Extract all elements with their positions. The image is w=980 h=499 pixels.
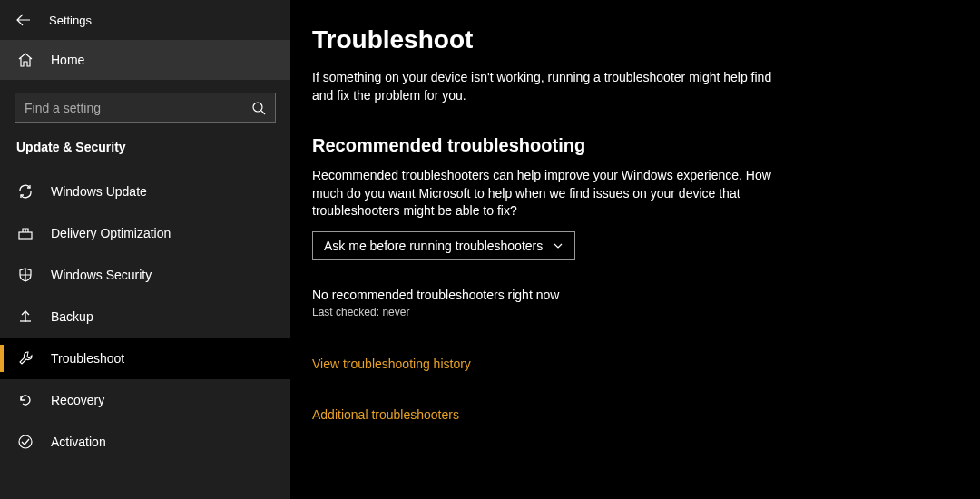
nav-label: Recovery (51, 393, 104, 407)
svg-point-5 (19, 435, 32, 448)
nav-label: Delivery Optimization (51, 226, 171, 240)
back-arrow-icon (16, 13, 31, 27)
link-history[interactable]: View troubleshooting history (312, 357, 980, 371)
sidebar-item-activation[interactable]: Activation (0, 421, 290, 463)
shield-icon (16, 266, 34, 284)
nav-label: Activation (51, 435, 106, 449)
svg-rect-2 (19, 232, 32, 239)
sidebar-item-backup[interactable]: Backup (0, 296, 290, 338)
troubleshoot-preference-dropdown[interactable]: Ask me before running troubleshooters (312, 231, 575, 260)
section-title: Update & Security (0, 140, 290, 171)
svg-point-0 (253, 103, 262, 112)
intro-text: If something on your device isn't workin… (312, 69, 784, 104)
back-button[interactable] (16, 13, 31, 27)
search-placeholder: Find a setting (24, 101, 251, 115)
delivery-icon (16, 224, 34, 242)
recovery-icon (16, 391, 34, 409)
sidebar-item-windows-update[interactable]: Windows Update (0, 171, 290, 212)
nav-list: Windows Update Delivery Optimization Win… (0, 171, 290, 463)
activation-icon (16, 433, 34, 451)
main-content: Troubleshoot If something on your device… (290, 0, 980, 499)
search-input[interactable]: Find a setting (15, 93, 276, 123)
header: Settings (0, 0, 290, 40)
home-label: Home (51, 53, 84, 67)
dropdown-value: Ask me before running troubleshooters (324, 239, 543, 253)
backup-icon (16, 308, 34, 326)
search-icon (251, 101, 266, 115)
nav-label: Backup (51, 309, 93, 324)
section-heading: Recommended troubleshooting (312, 135, 980, 156)
status-text: No recommended troubleshooters right now (312, 288, 980, 302)
link-additional[interactable]: Additional troubleshooters (312, 407, 980, 422)
sidebar-item-recovery[interactable]: Recovery (0, 379, 290, 421)
sync-icon (16, 182, 34, 201)
nav-label: Windows Update (51, 184, 147, 199)
sidebar-item-delivery-optimization[interactable]: Delivery Optimization (0, 212, 290, 254)
home-icon (16, 51, 34, 69)
sidebar-item-windows-security[interactable]: Windows Security (0, 254, 290, 296)
chevron-down-icon (553, 240, 564, 251)
app-title: Settings (49, 14, 92, 27)
last-checked-text: Last checked: never (312, 306, 980, 318)
wrench-icon (16, 349, 34, 367)
nav-label: Windows Security (51, 268, 152, 282)
page-title: Troubleshoot (312, 25, 980, 54)
sidebar-item-troubleshoot[interactable]: Troubleshoot (0, 338, 290, 379)
section-text: Recommended troubleshooters can help imp… (312, 167, 784, 220)
sidebar: Settings Home Find a setting Update & Se… (0, 0, 290, 499)
sidebar-item-home[interactable]: Home (0, 40, 290, 80)
svg-line-1 (261, 111, 265, 114)
nav-label: Troubleshoot (51, 351, 124, 366)
